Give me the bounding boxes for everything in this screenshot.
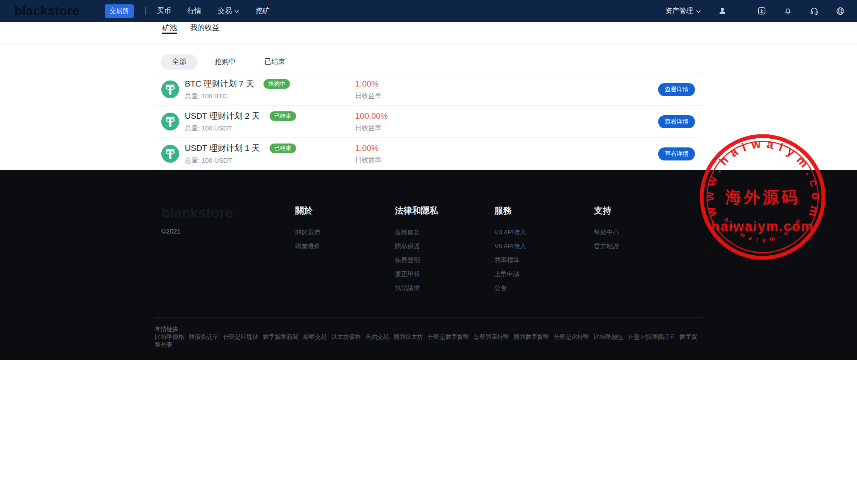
footer-link[interactable]: 職業機會 (295, 242, 395, 256)
status-badge: 已结束 (270, 144, 296, 154)
friend-link[interactable]: 期權交易 (303, 334, 327, 340)
pool-rate: 1.00% 日收益率 (355, 144, 381, 164)
tab-my-earnings[interactable]: 我的收益 (190, 22, 220, 34)
status-badge: 抢购中 (263, 79, 290, 89)
footer-link[interactable]: 免責聲明 (395, 256, 494, 270)
nav-link-buy-coin[interactable]: 买币 (157, 7, 171, 16)
pool-info: BTC 理财计划 7 天 抢购中 总量: 100 BTC (185, 78, 355, 100)
friend-link[interactable]: 怎麼買萊特幣 (474, 334, 509, 340)
footer-logo: blackstore (161, 205, 295, 221)
friend-link[interactable]: 比特幣價格 (155, 334, 184, 340)
pool-rate: 1.00% 日收益率 (355, 79, 381, 100)
footer-link[interactable]: V5 API接入 (494, 242, 594, 256)
footer-column-title: 支持 (594, 205, 694, 217)
nav-link-mining[interactable]: 挖矿 (256, 7, 270, 16)
tabs: 矿池 我的收益 (155, 22, 702, 34)
tether-coin-icon (161, 144, 180, 163)
footer-link[interactable]: 費率標準 (494, 256, 594, 270)
language-globe-icon[interactable] (835, 7, 845, 16)
exchange-button[interactable]: 交易所 (105, 4, 134, 18)
friend-link[interactable]: 以太坊價格 (331, 334, 361, 340)
footer-link[interactable]: 上幣申請 (494, 270, 594, 284)
notifications-bell-icon[interactable] (783, 7, 793, 15)
filter-ended[interactable]: 已结束 (253, 54, 297, 70)
friend-link[interactable]: 什麼是數字貨幣 (428, 334, 469, 340)
footer-link[interactable]: 執法請求 (395, 284, 494, 298)
pool-total: 总量: 100 USDT (185, 124, 355, 133)
pool-title: BTC 理财计划 7 天 (185, 78, 254, 90)
nav-divider (145, 7, 146, 15)
page-tabbar: 矿池 我的收益 (0, 22, 857, 43)
footer-link[interactable]: 幫助中心 (594, 228, 694, 242)
pool-title: USDT 理财计划 2 天 (185, 110, 260, 122)
footer-link[interactable]: V3 API接入 (494, 228, 594, 242)
footer-divider (155, 317, 702, 318)
rate-value: 100.00% (355, 111, 388, 121)
footer-link[interactable]: 服務條款 (395, 228, 494, 242)
pool-info: USDT 理财计划 2 天 已结束 总量: 100 USDT (185, 110, 355, 133)
nav-links: 买币 行情 交易 挖矿 (157, 7, 270, 16)
pool-row: USDT 理财计划 2 天 已结束 总量: 100 USDT 100.00% 日… (155, 106, 702, 138)
friend-link[interactable]: 什麼是比特幣 (554, 334, 589, 340)
view-details-button[interactable]: 查看详情 (658, 147, 695, 160)
user-icon[interactable] (717, 7, 727, 15)
friend-links: 友情链接: 比特幣價格限價委託單什麼是區塊鏈數字貨幣新聞期權交易以太坊價格合約交… (155, 325, 702, 349)
footer-link[interactable]: 官方驗證 (594, 242, 694, 256)
view-details-button[interactable]: 查看详情 (658, 83, 695, 96)
chevron-down-icon (696, 7, 701, 15)
friend-links-label: 友情链接: (155, 325, 180, 333)
pool-row: USDT 理财计划 1 天 已结束 总量: 100 USDT 1.00% 日收益… (155, 138, 702, 170)
pool-list: BTC 理财计划 7 天 抢购中 总量: 100 BTC 1.00% 日收益率 … (155, 73, 702, 170)
footer-link[interactable]: 關於我們 (295, 228, 395, 242)
filter-rushing[interactable]: 抢购中 (203, 54, 247, 70)
footer: blackstore ©2021 關於 關於我們職業機會 法律和隱私 服務條款隱… (0, 170, 857, 360)
pool-rate: 100.00% 日收益率 (355, 111, 388, 132)
footer-column-services: 服務 V3 API接入V5 API接入費率標準上幣申請公告 (494, 205, 594, 298)
nav-right: 资产管理 (665, 7, 845, 16)
footer-column-title: 法律和隱私 (395, 205, 494, 217)
rate-value: 1.00% (355, 79, 381, 89)
rate-value: 1.00% (355, 144, 381, 153)
footer-link[interactable]: 廉正舉報 (395, 270, 494, 284)
pool-row: BTC 理财计划 7 天 抢购中 总量: 100 BTC 1.00% 日收益率 … (155, 73, 702, 106)
assets-menu[interactable]: 资产管理 (665, 7, 701, 16)
filter-all[interactable]: 全部 (161, 54, 197, 70)
friend-link[interactable]: 什麼是區塊鏈 (223, 334, 258, 340)
footer-brand: blackstore ©2021 (155, 205, 295, 298)
footer-link[interactable]: 隱私保護 (395, 242, 494, 256)
friend-link[interactable]: 購買數字貨幣 (514, 334, 549, 340)
tether-coin-icon (161, 112, 180, 131)
nav-link-trade[interactable]: 交易 (218, 7, 239, 16)
pool-info: USDT 理财计划 1 天 已结束 总量: 100 USDT (185, 143, 355, 165)
pool-action: 查看详情 (658, 147, 695, 160)
brand-logo[interactable]: blackstore (14, 4, 80, 18)
pool-total: 总量: 100 USDT (185, 157, 355, 165)
friend-link[interactable]: 購買以太坊 (394, 334, 423, 340)
support-headset-icon[interactable] (809, 7, 819, 16)
nav-divider (742, 7, 742, 15)
friend-link[interactable]: 止盈止損限價訂單 (628, 334, 675, 340)
friend-link[interactable]: 限價委託單 (189, 334, 219, 340)
rate-label: 日收益率 (355, 92, 381, 100)
chevron-down-icon (234, 7, 239, 15)
footer-column-title: 關於 (295, 205, 395, 217)
pool-title: USDT 理财计划 1 天 (185, 143, 260, 154)
friend-link[interactable]: 合約交易 (366, 334, 389, 340)
footer-column-support: 支持 幫助中心官方驗證 (594, 205, 694, 298)
footer-link[interactable]: 公告 (494, 284, 594, 298)
footer-column-title: 服務 (494, 205, 594, 217)
pool-action: 查看详情 (658, 83, 695, 96)
friend-link[interactable]: 比特幣錢包 (594, 334, 624, 340)
main-content: 全部 抢购中 已结束 BTC 理财计划 7 天 抢购中 (155, 54, 702, 170)
copyright: ©2021 (161, 227, 295, 235)
status-filters: 全部 抢购中 已结束 (155, 54, 702, 70)
top-navbar: blackstore 交易所 买币 行情 交易 挖矿 资产管理 (0, 0, 857, 22)
tab-mining-pool[interactable]: 矿池 (162, 22, 177, 34)
footer-column-legal: 法律和隱私 服務條款隱私保護免責聲明廉正舉報執法請求 (395, 205, 494, 298)
view-details-button[interactable]: 查看详情 (658, 115, 695, 128)
friend-link[interactable]: 數字貨幣新聞 (263, 334, 298, 340)
download-app-icon[interactable] (757, 7, 767, 15)
nav-link-markets[interactable]: 行情 (187, 7, 201, 16)
footer-column-about: 關於 關於我們職業機會 (295, 205, 395, 298)
pool-action: 查看详情 (658, 115, 695, 128)
